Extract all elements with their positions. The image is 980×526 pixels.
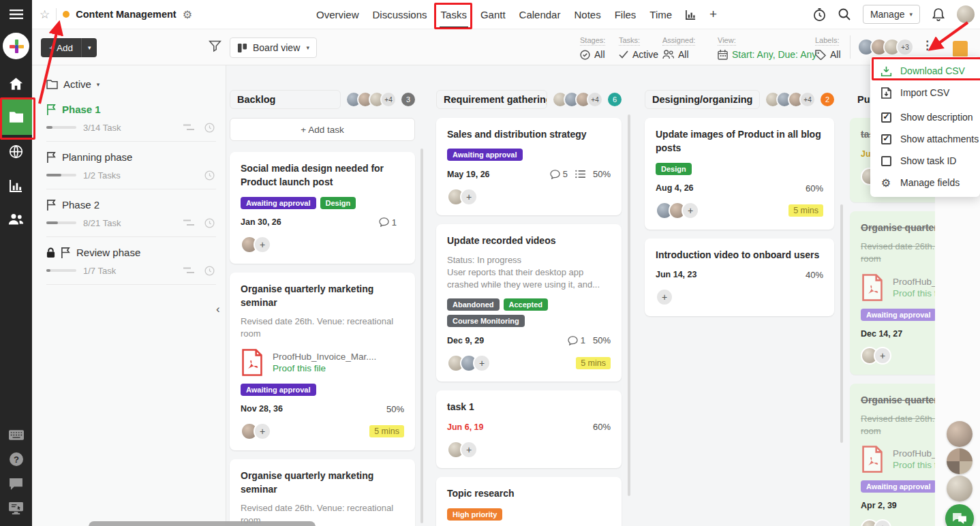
add-assignee-button[interactable]: + — [460, 441, 478, 459]
task-card[interactable]: Sales and distribution strategy Awaiting… — [436, 118, 622, 215]
toolbar-avatar-group[interactable]: +3 — [857, 38, 914, 56]
add-assignee-button[interactable]: + — [254, 422, 271, 440]
tab-overview[interactable]: Overview — [315, 0, 361, 29]
manage-dropdown-button[interactable]: Manage▾ — [863, 5, 920, 24]
column-title[interactable]: Backlog — [230, 90, 341, 109]
tab-notes[interactable]: Notes — [572, 0, 602, 29]
people-icon[interactable] — [0, 208, 32, 229]
add-task-button[interactable]: + Add task — [230, 118, 415, 141]
filter-tasks[interactable]: Tasks: Active — [619, 33, 658, 60]
tab-reports-icon[interactable] — [684, 0, 697, 29]
search-icon[interactable] — [838, 8, 851, 20]
menu-item-show-task-id[interactable]: Show task ID — [870, 150, 980, 172]
add-assignee-button[interactable]: + — [473, 354, 491, 372]
task-card[interactable]: Organise quarterly marketing seminar Rev… — [230, 273, 415, 450]
label-chip[interactable]: Abandoned — [447, 298, 500, 311]
time-clock-icon[interactable] — [204, 218, 215, 228]
tab-tasks[interactable]: Tasks — [440, 0, 468, 29]
comments-count[interactable]: 1 — [568, 335, 585, 345]
menu-item-download-csv[interactable]: Download CSV — [870, 60, 980, 82]
label-chip[interactable]: Course Monitoring — [447, 315, 525, 327]
add-assignee-button[interactable]: + — [874, 347, 891, 365]
tab-discussions[interactable]: Discussions — [371, 0, 429, 29]
tab-files[interactable]: Files — [613, 0, 638, 29]
chat-icon[interactable] — [0, 475, 32, 493]
sidebar-item-projects-active[interactable] — [0, 99, 32, 135]
sticky-note-icon[interactable] — [953, 41, 968, 57]
add-assignee-button[interactable]: + — [682, 202, 699, 219]
tab-time[interactable]: Time — [648, 0, 673, 29]
project-title[interactable]: Content Management — [76, 9, 176, 20]
label-chip[interactable]: Accepted — [504, 298, 549, 311]
phase-item-4[interactable]: Review phase 1/7 Task — [46, 247, 226, 285]
column-scrollbar[interactable] — [628, 114, 630, 496]
label-chip[interactable]: Awaiting approval — [861, 480, 936, 493]
task-card[interactable]: Update images of Product in all blog pos… — [645, 118, 834, 230]
filter-stages[interactable]: Stages: All — [580, 33, 605, 60]
column-scrollbar[interactable] — [840, 204, 843, 443]
column-avatar-group[interactable]: +4 — [765, 91, 816, 108]
task-card[interactable]: Update recorded videos Status: In progre… — [436, 224, 622, 382]
online-user-avatar[interactable] — [947, 476, 973, 501]
panel-collapse-handle[interactable]: ‹ — [216, 303, 220, 316]
phase-item-2[interactable]: Planning phase 1/2 Tasks — [46, 151, 226, 189]
avatar-overflow-count[interactable]: +3 — [896, 38, 914, 56]
label-chip[interactable]: Awaiting approval — [241, 197, 316, 209]
task-card[interactable]: task 1 Jun 6, 19 60% + — [436, 390, 622, 468]
add-button[interactable]: + Add ▾ — [41, 38, 97, 57]
project-settings-gear-icon[interactable]: ⚙ — [183, 8, 192, 21]
menu-item-show-description[interactable]: Show description — [870, 106, 980, 128]
add-button-caret[interactable]: ▾ — [82, 44, 97, 51]
add-assignee-button[interactable]: + — [254, 236, 271, 253]
comments-count[interactable]: 1 — [379, 217, 397, 228]
hamburger-menu-icon[interactable] — [0, 5, 32, 23]
notifications-bell-icon[interactable] — [932, 8, 945, 21]
tab-calendar[interactable]: Calendar — [518, 0, 562, 29]
attachment[interactable]: ProofHub_Invoice_Mar.... Proof this file — [241, 349, 404, 376]
help-icon[interactable]: ? — [0, 450, 32, 469]
filter-view-dates[interactable]: View: Start: Any, Due: Any — [718, 33, 816, 60]
column-avatar-group[interactable]: +4 — [552, 91, 603, 108]
checkbox-checked[interactable] — [881, 134, 891, 144]
menu-item-import-csv[interactable]: Import CSV — [870, 82, 980, 104]
time-clock-icon[interactable] — [204, 266, 215, 276]
label-chip[interactable]: Awaiting approval — [241, 384, 316, 396]
checklist-icon[interactable] — [575, 170, 585, 179]
column-title[interactable]: Designing/organizing — [645, 90, 760, 109]
online-user-avatar[interactable] — [947, 421, 973, 447]
checkbox-checked[interactable] — [881, 112, 891, 123]
open-chat-button[interactable] — [945, 504, 974, 526]
add-assignee-button[interactable]: + — [656, 288, 673, 306]
user-avatar[interactable] — [957, 5, 975, 23]
filter-funnel-icon[interactable] — [209, 40, 221, 52]
reports-chart-icon[interactable] — [0, 176, 32, 195]
label-chip[interactable]: Awaiting approval — [447, 149, 523, 161]
menu-item-manage-fields[interactable]: ⚙ Manage fields — [870, 172, 980, 194]
phase-item-1[interactable]: Phase 1 3/14 Task — [46, 104, 226, 142]
label-chip[interactable]: Design — [656, 163, 692, 175]
tab-gantt[interactable]: Gantt — [479, 0, 507, 29]
column-title[interactable]: Requirement gathering — [436, 90, 547, 109]
phase-group-selector[interactable]: Active ▾ — [46, 78, 226, 90]
phase-item-3[interactable]: Phase 2 8/21 Task — [46, 199, 226, 237]
label-chip[interactable]: Design — [320, 197, 356, 209]
add-assignee-button[interactable]: + — [874, 519, 891, 526]
task-card[interactable]: Organise quarterly marketing seminar Rev… — [230, 459, 415, 526]
label-chip[interactable]: Awaiting approval — [861, 309, 936, 321]
column-scrollbar[interactable] — [420, 149, 423, 523]
proof-file-link[interactable]: Proof this file — [273, 363, 376, 373]
filter-labels[interactable]: Labels: All — [815, 33, 841, 60]
more-options-menu-button[interactable]: ⋮ — [921, 38, 933, 52]
board-view-selector[interactable]: Board view ▾ — [230, 37, 317, 58]
checkbox-unchecked[interactable] — [881, 156, 891, 166]
globe-icon[interactable] — [0, 142, 32, 161]
task-card[interactable]: Introduction video to onboard users Jun … — [645, 238, 834, 316]
menu-item-show-attachments[interactable]: Show attachments — [870, 128, 980, 150]
label-chip[interactable]: High priority — [447, 508, 502, 521]
home-icon[interactable] — [0, 75, 32, 93]
timer-icon[interactable] — [813, 8, 826, 21]
add-tab-plus-icon[interactable]: + — [708, 0, 718, 29]
filter-assigned[interactable]: Assigned: All — [662, 33, 695, 60]
proofhub-logo[interactable] — [3, 33, 29, 59]
keyboard-shortcuts-icon[interactable] — [0, 426, 32, 444]
